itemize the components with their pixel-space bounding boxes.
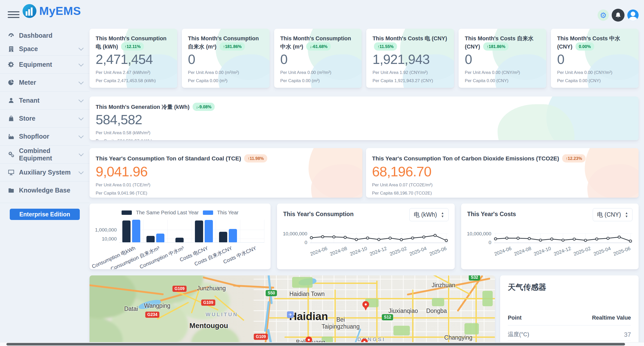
sidebar-item-combined-equipment[interactable]: Combined Equipment (0, 145, 90, 163)
stat-card-per-capita: Per Capita 0.00 (m³) (274, 78, 362, 83)
chevron-down-icon (78, 45, 84, 51)
stat-card-per-unit-area: Per Unit Area 0.01 (TCE/m²) (90, 182, 362, 188)
costs-energy-select[interactable]: 电 (CNY) ▲▼ (593, 208, 632, 221)
sidebar-item-label: Meter (19, 79, 36, 86)
line-chart-x-tick: 2025-06 (429, 246, 447, 257)
stat-card: This Month's Consumption 电 (kWh) ↑12.11%… (90, 29, 177, 88)
chevron-down-icon (78, 169, 84, 174)
road-badge: S12 (382, 314, 393, 320)
generation-card-title: This Month's Generation 冷量 (kWh) ↓-9.08% (90, 97, 639, 111)
sidebar-item-meter[interactable]: Meter (0, 73, 90, 91)
costs-line-card: This Year's Costs 电 (CNY) ▲▼ 10,000,0000… (461, 204, 639, 269)
bar-chart-plot (119, 220, 264, 243)
avatar-icon (631, 12, 635, 16)
stat-card-per-unit-area: Per Unit Area 0.00 (CNY/m²) (459, 70, 546, 75)
bar[interactable] (122, 220, 131, 242)
costs-chart-y-axis: 10,000,0000 (467, 232, 494, 245)
bar-group (192, 220, 216, 242)
bar[interactable] (146, 236, 155, 242)
sidebar: Dashboard Space Equipment Meter Tenant S… (0, 29, 90, 346)
line-chart-x-tick: 2024-10 (533, 246, 552, 257)
map[interactable]: JunzhuangWangpingDataiMentougouWULITUNHa… (90, 275, 495, 346)
stat-card: This Month's Consumption 自来水 (m³) ↑181.8… (182, 29, 270, 88)
stat-card-per-unit-area: Per Unit Area 0.00 (CNY/m²) (551, 70, 639, 75)
year-card-row: This Year's Consumption Ton of Standard … (90, 148, 639, 198)
weather-realtime-value: 37 (624, 331, 631, 338)
user-avatar-button[interactable] (627, 9, 639, 21)
bar-chart-legend: The Same Period Last Year This Year (96, 210, 264, 216)
road-badge: G109 (254, 334, 268, 340)
pie-chart-icon (8, 79, 19, 86)
stat-card-title: This Year's Consumption Ton of Carbon Di… (366, 148, 639, 162)
bar-group (240, 220, 264, 242)
stat-card-title: This Month's Consumption 自来水 (m³) ↑181.8… (182, 29, 270, 51)
line-chart-x-tick: 2024-12 (553, 246, 572, 257)
consumption-line-plot (310, 232, 449, 245)
bar[interactable] (132, 220, 140, 242)
road-badge: G234 (145, 312, 159, 318)
stat-card-title: This Month's Costs 自来水 (CNY) ↑181.86% (459, 29, 546, 51)
map-label: Bei Taipingzhuang (322, 316, 360, 330)
stat-card-title: This Month's Costs 中水 (CNY) 0.00% (551, 29, 639, 51)
sidebar-item-space[interactable]: Space (0, 42, 90, 55)
stat-card-badge: 0.00% (576, 42, 594, 51)
bar[interactable] (156, 234, 164, 242)
horizontal-scrollbar-thumb[interactable] (6, 343, 625, 345)
stat-card-row: This Month's Consumption 电 (kWh) ↑12.11%… (90, 29, 639, 88)
consumption-chart-y-axis: 10,000,0000 (283, 232, 310, 245)
notifications-bell-button[interactable] (612, 9, 625, 22)
line-chart-x-tick: 2024-06 (309, 246, 328, 257)
bar-group (143, 220, 167, 242)
sidebar-item-label: Space (19, 45, 38, 53)
bar[interactable] (195, 220, 203, 242)
map-label: Dongba (426, 307, 447, 314)
bar[interactable] (219, 232, 227, 242)
bar-group (216, 220, 240, 242)
hamburger-menu-icon[interactable] (8, 11, 19, 19)
enterprise-edition-button[interactable]: Enterprise Edition (10, 209, 80, 220)
road-badge: S32 (469, 275, 480, 281)
weather-point-label: 温度(°C) (508, 331, 529, 338)
road-badge: G109 (201, 300, 215, 306)
stat-card-title: This Month's Consumption 电 (kWh) ↑12.11% (90, 29, 177, 51)
folder-icon (8, 187, 19, 194)
bar[interactable] (175, 238, 184, 242)
stat-card: This Year's Consumption Ton of Carbon Di… (366, 148, 639, 198)
generation-card-value: 584,582 (90, 112, 639, 127)
stat-card-value: 2,471,454 (90, 52, 177, 67)
sidebar-item-dashboard[interactable]: Dashboard (0, 29, 90, 42)
stat-card-per-unit-area: Per Unit Area 0.07 (TCO2E/m²) (366, 182, 639, 188)
sidebar-item-shopfloor[interactable]: Shopfloor (0, 127, 90, 145)
chevron-down-icon (78, 79, 84, 84)
sidebar-item-tenant[interactable]: Tenant (0, 91, 90, 109)
sidebar-item-store[interactable]: Store (0, 109, 90, 127)
horizontal-scrollbar (0, 342, 644, 346)
main-content: This Month's Consumption 电 (kWh) ↑12.11%… (90, 29, 639, 346)
bar-chart-y-axis: 1,000,00010,000 (96, 220, 119, 242)
stat-card-badge: ↓-61.68% (306, 42, 331, 51)
chevron-down-icon (78, 61, 84, 66)
brand[interactable]: MyEMS (23, 4, 81, 18)
bar-group (119, 220, 143, 242)
weather-col-realtime-value: Realtime Value (592, 315, 631, 321)
consumption-energy-select[interactable]: 电 (kWh) ▲▼ (409, 208, 449, 221)
settings-gear-button[interactable]: ⚙ (598, 9, 609, 21)
bar-group (168, 220, 192, 242)
weather-col-point: Point (508, 315, 522, 321)
consumption-chart-x-labels: 2024-062024-082024-102024-122025-022025-… (310, 248, 449, 254)
map-label: WULITUN (205, 312, 238, 318)
consumption-chart-title: This Year's Consumption (283, 211, 354, 218)
stat-card-value: 9,041.96 (90, 164, 362, 179)
line-chart-x-tick: 2024-06 (493, 246, 512, 257)
map-label: Changying (444, 334, 472, 341)
sidebar-item-equipment[interactable]: Equipment (0, 55, 90, 73)
map-pin-marker[interactable] (362, 301, 369, 311)
bar[interactable] (205, 220, 213, 242)
stat-card-per-unit-area: Per Unit Area 0.00 (m³/m²) (274, 70, 362, 75)
stat-card: This Month's Consumption 中水 (m³) ↓-61.68… (274, 29, 362, 88)
bar[interactable] (229, 229, 237, 242)
sidebar-item-auxiliary-system[interactable]: Auxiliary System (0, 163, 90, 181)
stat-card: This Month's Costs 自来水 (CNY) ↑181.86%0Pe… (459, 29, 546, 88)
legend-swatch-last-year (122, 210, 132, 215)
sidebar-item-knowledge-base[interactable]: Knowledge Base (0, 181, 90, 199)
